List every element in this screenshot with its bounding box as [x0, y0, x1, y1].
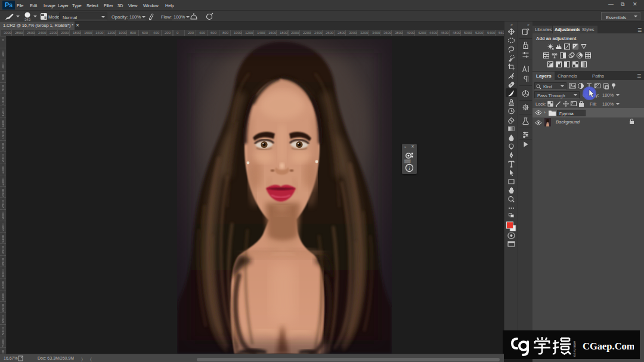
svg-text:i: i — [408, 165, 410, 171]
svg-text:CGaep.Com: CGaep.Com — [583, 341, 634, 352]
svg-text:Artists for you: Artists for you — [573, 341, 576, 357]
